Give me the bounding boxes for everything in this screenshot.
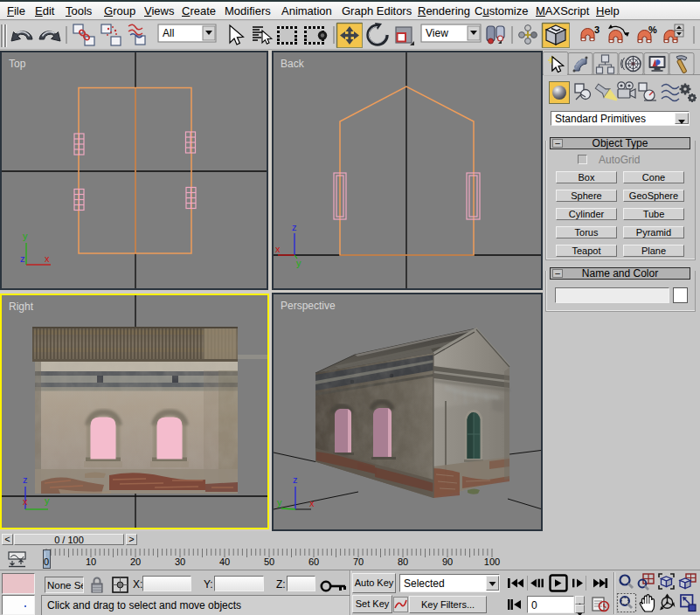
svg-text:40: 40 — [219, 556, 230, 567]
svg-text:90: 90 — [442, 556, 453, 567]
svg-text:y: y — [23, 231, 28, 241]
svg-text:20: 20 — [130, 556, 141, 567]
svg-text:y: y — [45, 495, 50, 506]
svg-text:Back: Back — [281, 58, 305, 70]
svg-text:View: View — [426, 27, 448, 39]
svg-text:All: All — [163, 27, 174, 39]
svg-text:y: y — [296, 258, 301, 268]
svg-text:60: 60 — [308, 556, 319, 567]
svg-text:70: 70 — [353, 556, 364, 567]
svg-text:100: 100 — [484, 556, 500, 567]
svg-text:z: z — [23, 474, 28, 485]
svg-text:z: z — [293, 474, 298, 485]
svg-text:Top: Top — [9, 58, 26, 70]
svg-text:%: % — [648, 24, 657, 35]
svg-text:3: 3 — [594, 24, 600, 35]
svg-text:x: x — [23, 496, 28, 507]
svg-text:80: 80 — [398, 556, 408, 567]
svg-text:0: 0 — [44, 556, 49, 567]
svg-text:z: z — [20, 253, 25, 264]
svg-text:z: z — [292, 222, 297, 232]
svg-text:x: x — [45, 253, 50, 264]
svg-text:Right: Right — [9, 301, 34, 313]
svg-text:y: y — [277, 497, 282, 508]
svg-text:30: 30 — [175, 556, 185, 567]
svg-text:Perspective: Perspective — [281, 300, 336, 312]
svg-text:x: x — [275, 244, 281, 254]
svg-text:x: x — [309, 498, 315, 508]
svg-text:50: 50 — [264, 556, 274, 567]
svg-text:10: 10 — [86, 556, 96, 567]
